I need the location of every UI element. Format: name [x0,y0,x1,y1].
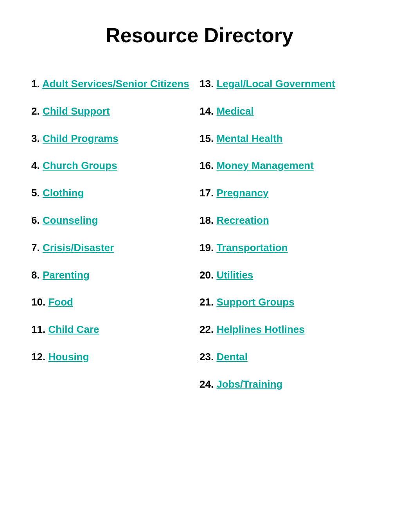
item-number: 6. [31,214,40,226]
item-number: 19. [200,242,214,253]
item-number: 13. [200,78,214,90]
directory-link[interactable]: Recreation [216,214,269,226]
list-item: 10. Food [31,289,200,316]
list-item: 18. Recreation [200,207,368,234]
directory-link[interactable]: Transportation [216,242,288,253]
list-item: 24. Jobs/Training [200,371,368,398]
directory-link[interactable]: Legal/Local Government [216,78,335,90]
item-number: 17. [200,187,214,199]
list-item: 19. Transportation [200,234,368,262]
list-item: 2. Child Support [31,98,200,125]
item-number: 4. [31,160,40,171]
directory-link[interactable]: Church Groups [43,160,117,171]
item-number: 15. [200,133,214,144]
list-item: 7. Crisis/Disaster [31,234,200,262]
list-item: 11. Child Care [31,316,200,343]
list-item: 14. Medical [200,98,368,125]
item-number: 16. [200,160,214,171]
item-number: 10. [31,296,45,308]
directory-link[interactable]: Counseling [43,214,98,226]
directory-link[interactable]: Support Groups [216,296,294,308]
directory-link[interactable]: Adult Services/Senior Citizens [42,78,189,90]
directory-link[interactable]: Medical [216,105,253,117]
list-item: 12. Housing [31,343,200,371]
directory-link[interactable]: Child Care [48,324,99,335]
directory-link[interactable]: Helplines Hotlines [216,324,304,335]
list-item: 4. Church Groups [31,152,200,180]
item-number: 3. [31,133,40,144]
directory-link[interactable]: Mental Health [216,133,282,144]
list-item: 16. Money Management [200,152,368,180]
directory-link[interactable]: Pregnancy [216,187,268,199]
item-number: 1. [31,78,40,90]
directory-link[interactable]: Clothing [43,187,84,199]
list-item: 5. Clothing [31,180,200,207]
directory-link[interactable]: Jobs/Training [216,378,282,390]
directory-link[interactable]: Dental [216,351,247,363]
list-item: 20. Utilities [200,262,368,289]
item-number: 21. [200,296,214,308]
list-item: 6. Counseling [31,207,200,234]
list-item: 23. Dental [200,343,368,371]
list-item: 22. Helplines Hotlines [200,316,368,343]
directory-link[interactable]: Food [48,296,73,308]
directory-link[interactable]: Housing [48,351,89,363]
directory-link[interactable]: Parenting [43,269,90,281]
directory-link[interactable]: Child Support [43,105,110,117]
list-item: 13. Legal/Local Government [200,70,368,98]
item-number: 8. [31,269,40,281]
left-column: 1. Adult Services/Senior Citizens2. Chil… [31,70,200,398]
page-title: Resource Directory [23,16,376,47]
directory-link[interactable]: Crisis/Disaster [43,242,114,253]
directory-link[interactable]: Money Management [216,160,314,171]
list-item: 15. Mental Health [200,125,368,153]
right-column: 13. Legal/Local Government14. Medical15.… [200,70,368,398]
item-number: 20. [200,269,214,281]
list-item: 8. Parenting [31,262,200,289]
list-item: 3. Child Programs [31,125,200,153]
list-item: 1. Adult Services/Senior Citizens [31,70,200,98]
directory-container: 1. Adult Services/Senior Citizens2. Chil… [23,70,376,398]
item-number: 2. [31,105,40,117]
item-number: 18. [200,214,214,226]
item-number: 11. [31,324,45,335]
directory-link[interactable]: Utilities [216,269,253,281]
item-number: 5. [31,187,40,199]
list-item: 17. Pregnancy [200,180,368,207]
item-number: 22. [200,324,214,335]
item-number: 24. [200,378,214,390]
item-number: 23. [200,351,214,363]
item-number: 12. [31,351,45,363]
directory-link[interactable]: Child Programs [43,133,119,144]
item-number: 14. [200,105,214,117]
item-number: 7. [31,242,40,253]
list-item: 21. Support Groups [200,289,368,316]
